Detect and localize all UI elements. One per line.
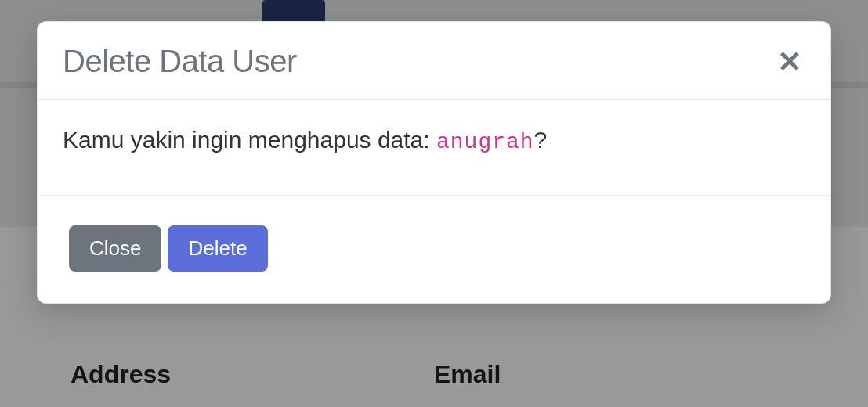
confirm-text-prefix: Kamu yakin ingin menghapus data: bbox=[63, 127, 436, 153]
modal-title: Delete Data User bbox=[63, 44, 297, 79]
close-icon[interactable]: ✕ bbox=[774, 47, 805, 77]
confirm-text-value: anugrah bbox=[436, 130, 534, 154]
delete-button[interactable]: Delete bbox=[168, 225, 267, 272]
delete-user-modal: Delete Data User ✕ Kamu yakin ingin meng… bbox=[37, 21, 831, 304]
modal-header: Delete Data User ✕ bbox=[38, 22, 830, 100]
modal-footer: Close Delete bbox=[38, 196, 830, 303]
confirm-text-suffix: ? bbox=[534, 127, 548, 153]
modal-body: Kamu yakin ingin menghapus data: anugrah… bbox=[38, 100, 830, 196]
close-button[interactable]: Close bbox=[69, 225, 161, 272]
